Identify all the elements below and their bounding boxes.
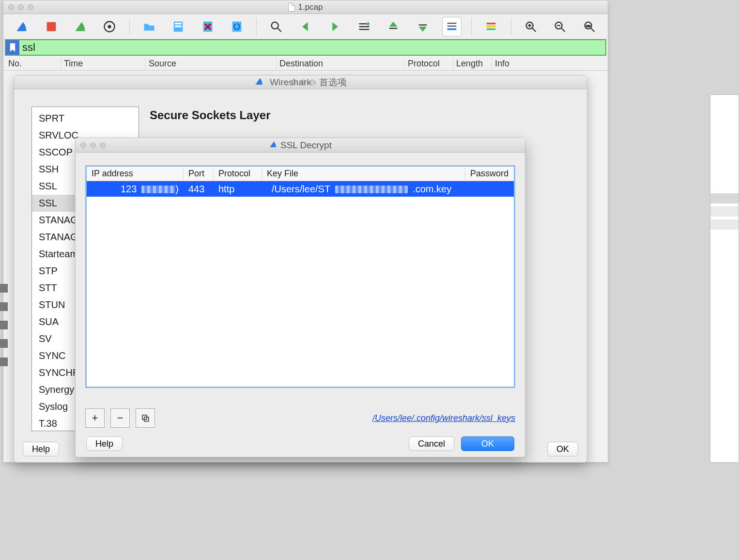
autoscroll-button[interactable] xyxy=(442,17,462,36)
protocol-item[interactable]: SPRT xyxy=(39,110,139,127)
ssl-keys-table[interactable]: IP address Port Protocol Key File Passwo… xyxy=(85,165,515,388)
svg-rect-13 xyxy=(389,28,397,29)
find-button[interactable] xyxy=(266,17,286,36)
goto-first-button[interactable] xyxy=(384,17,403,36)
svg-rect-5 xyxy=(175,25,182,27)
open-file-button[interactable] xyxy=(139,17,159,36)
svg-rect-11 xyxy=(359,26,369,27)
window-controls[interactable] xyxy=(8,4,33,10)
options-button[interactable] xyxy=(100,17,119,36)
file-icon xyxy=(288,3,295,12)
svg-rect-14 xyxy=(418,24,426,25)
zoom-in-button[interactable] xyxy=(521,17,540,36)
col-ip[interactable]: IP address xyxy=(87,167,184,181)
filter-bookmark-button[interactable] xyxy=(6,40,19,55)
svg-rect-4 xyxy=(175,22,182,24)
col-keyfile[interactable]: Key File xyxy=(262,167,465,181)
ssl-table-header: IP address Port Protocol Key File Passwo… xyxy=(87,167,514,181)
ssl-titlebar: SSL Decrypt xyxy=(76,138,525,153)
svg-point-2 xyxy=(108,25,111,28)
col-info[interactable]: Info xyxy=(492,57,608,70)
zoom-reset-button[interactable] xyxy=(579,17,599,36)
help-button[interactable]: Help xyxy=(23,442,59,456)
cell-ip: 123) xyxy=(87,184,184,195)
col-len[interactable]: Length xyxy=(453,57,492,70)
ok-button[interactable]: OK xyxy=(461,436,514,451)
svg-point-8 xyxy=(272,22,278,29)
goto-last-button[interactable] xyxy=(413,17,432,36)
display-filter-bar xyxy=(5,39,606,56)
close-file-button[interactable] xyxy=(198,17,217,36)
col-protocol[interactable]: Protocol xyxy=(214,167,262,181)
close-icon[interactable] xyxy=(8,4,14,10)
minimize-icon[interactable] xyxy=(90,142,96,148)
main-titlebar: 1.pcap xyxy=(3,0,608,14)
ok-button[interactable]: OK xyxy=(547,442,578,456)
help-button[interactable]: Help xyxy=(86,436,123,451)
stop-capture-button[interactable] xyxy=(41,17,61,36)
col-password[interactable]: Password xyxy=(465,167,514,181)
svg-rect-12 xyxy=(359,29,369,30)
svg-rect-15 xyxy=(447,22,457,23)
svg-rect-16 xyxy=(447,25,457,26)
ssl-row-toolbar: + − /Users/lee/.config/wireshark/ssl_key… xyxy=(85,408,515,428)
ssl-key-row[interactable]: 123) 443 http /Users/lee/ST.com.key xyxy=(87,181,514,197)
prefs-titlebar: Wireshark · 首选项 xyxy=(14,76,587,89)
packet-list-header: No. Time Source Destination Protocol Len… xyxy=(3,57,608,71)
main-toolbar xyxy=(3,14,608,39)
minimize-icon[interactable] xyxy=(18,4,24,10)
svg-rect-20 xyxy=(487,28,496,30)
document-name: 1.pcap xyxy=(298,2,323,12)
zoom-icon[interactable] xyxy=(28,4,33,10)
svg-rect-18 xyxy=(487,22,496,24)
go-forward-button[interactable] xyxy=(325,17,344,36)
copy-row-button[interactable] xyxy=(136,408,155,428)
colorize-button[interactable] xyxy=(481,17,501,36)
cancel-button[interactable]: Cancel xyxy=(409,436,454,451)
add-row-button[interactable]: + xyxy=(85,408,105,428)
svg-line-22 xyxy=(532,28,536,31)
minimize-icon[interactable] xyxy=(300,79,306,85)
reload-file-button[interactable] xyxy=(227,17,246,36)
redacted-icon xyxy=(141,186,175,193)
col-proto[interactable]: Protocol xyxy=(405,57,453,70)
close-icon[interactable] xyxy=(291,79,296,85)
zoom-out-button[interactable] xyxy=(550,17,570,36)
ssl-window-controls[interactable] xyxy=(80,142,106,148)
col-no[interactable]: No. xyxy=(5,57,61,70)
svg-line-26 xyxy=(562,28,565,31)
ssl-keys-path-link[interactable]: /Users/lee/.config/wireshark/ssl_keys xyxy=(372,413,515,423)
col-source[interactable]: Source xyxy=(146,57,277,70)
remove-row-button[interactable]: − xyxy=(110,408,130,428)
close-icon[interactable] xyxy=(80,142,86,148)
redacted-icon xyxy=(335,186,408,193)
shark-fin-icon xyxy=(269,140,277,151)
goto-packet-button[interactable] xyxy=(354,17,373,36)
edge-handles xyxy=(0,284,8,376)
ssl-dialog-title: SSL Decrypt xyxy=(280,140,332,151)
cell-port: 443 xyxy=(184,184,214,195)
col-port[interactable]: Port xyxy=(184,167,214,181)
go-back-button[interactable] xyxy=(296,17,315,36)
save-file-button[interactable] xyxy=(169,17,188,36)
svg-rect-19 xyxy=(487,25,496,27)
col-time[interactable]: Time xyxy=(61,57,146,70)
svg-rect-17 xyxy=(447,28,457,30)
cell-protocol: http xyxy=(214,184,262,195)
prefs-window-controls[interactable] xyxy=(291,79,316,85)
shark-fin-icon[interactable] xyxy=(12,17,31,36)
cell-keyfile: /Users/lee/ST.com.key xyxy=(262,184,465,195)
detail-panel-fragment: Serve chang Spec ta ACK] ta rt Serve cha… xyxy=(710,94,739,463)
shark-fin-icon xyxy=(254,77,264,88)
svg-line-9 xyxy=(278,28,281,31)
display-filter-input[interactable] xyxy=(19,40,605,55)
zoom-icon[interactable] xyxy=(100,142,106,148)
restart-capture-button[interactable] xyxy=(71,17,90,36)
ssl-decrypt-dialog: SSL Decrypt IP address Port Protocol Key… xyxy=(75,138,525,457)
svg-line-29 xyxy=(591,28,594,31)
zoom-icon[interactable] xyxy=(310,79,316,85)
ssl-footer: Help Cancel OK xyxy=(76,436,525,451)
col-dest[interactable]: Destination xyxy=(277,57,405,70)
svg-rect-0 xyxy=(46,22,56,31)
prefs-page-heading: Secure Sockets Layer xyxy=(150,109,270,122)
